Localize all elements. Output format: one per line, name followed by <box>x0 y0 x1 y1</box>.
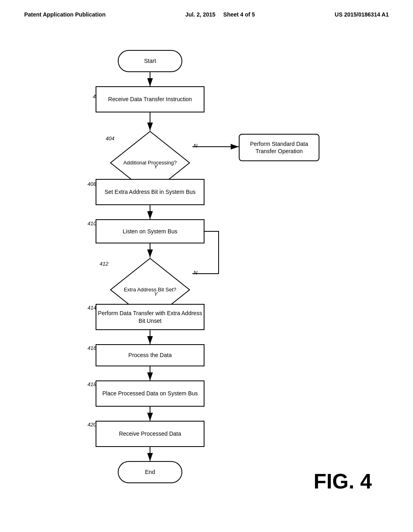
header-right: US 2015/0186314 A1 <box>335 11 389 18</box>
ref-420: 420 <box>88 422 96 428</box>
diamond-412: Extra Address Bit Set? <box>110 258 190 322</box>
diamond-404: Additional Processing? <box>110 131 190 195</box>
box-420: Receive Processed Data <box>96 421 204 447</box>
ref-410: 410 <box>88 220 96 227</box>
box-418: Place Processed Data on System Bus <box>96 380 204 407</box>
box-402: Receive Data Transfer Instruction <box>96 86 204 112</box>
label-n2: N <box>194 270 197 276</box>
ref-414: 414 <box>88 305 96 311</box>
box-406: Perform Standard Data Transfer Operation <box>239 134 319 161</box>
ref-416: 416 <box>88 345 96 351</box>
label-n1: N <box>194 143 197 149</box>
start-terminal: Start <box>118 50 182 72</box>
end-label: End <box>145 468 155 476</box>
header-date-sheet: Jul. 2, 2015 Sheet 4 of 5 <box>185 11 255 18</box>
header-sheet: Sheet 4 of 5 <box>223 11 255 18</box>
start-label: Start <box>144 57 156 64</box>
ref-412: 412 <box>100 261 108 267</box>
page-header: Patent Application Publication Jul. 2, 2… <box>0 0 413 22</box>
flowchart: 400 Start 402 Receive Data Transfer Inst… <box>25 34 388 517</box>
ref-418: 418 <box>88 381 96 387</box>
header-left: Patent Application Publication <box>24 11 106 18</box>
ref-408: 408 <box>88 181 96 187</box>
box-416: Process the Data <box>96 344 204 366</box>
box-410: Listen on System Bus <box>96 219 204 243</box>
end-terminal: End <box>118 461 182 483</box>
fig-label: FIG. 4 <box>314 469 372 493</box>
header-date: Jul. 2, 2015 <box>185 11 215 18</box>
arrows-svg <box>25 34 388 517</box>
